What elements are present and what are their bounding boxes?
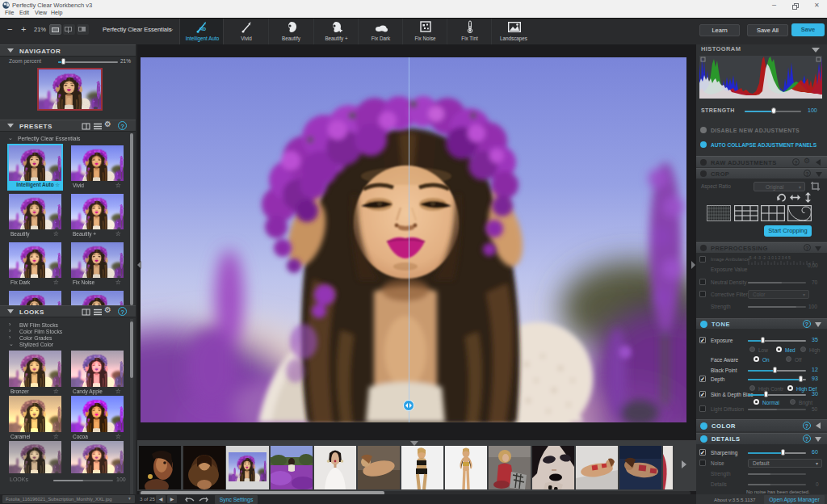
svg-text:-5 -4 -3 -2 -1 0 1 2 3 4 5: -5 -4 -3 -2 -1 0 1 2 3 4 5	[748, 255, 791, 260]
